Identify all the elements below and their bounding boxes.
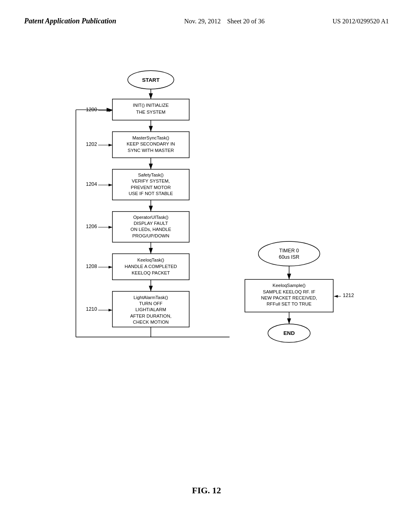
n1210-line4: AFTER DURATION,	[130, 314, 171, 318]
n1212-line3: NEW PACKET RECEIVED,	[261, 295, 317, 300]
patent-number: US 2012/0299520 A1	[332, 16, 389, 25]
n1200-line1: INIT() INITIALIZE	[133, 103, 169, 108]
n1210-line3: LIGHT/ALARM	[136, 307, 166, 312]
n1206-line1: OperatorUITask()	[133, 215, 169, 220]
n1204-line2: VERIFY SYSTEM,	[132, 179, 170, 183]
figure-caption: FIG. 12	[0, 485, 413, 496]
n1202-line1: MasterSyncTask()	[132, 135, 169, 140]
n1210-line1: LightAlarmTask()	[133, 295, 168, 300]
timer-line2: 60us ISR	[279, 254, 299, 260]
n1210-line5: CHECK MOTION	[133, 320, 169, 324]
header-date-sheet: Nov. 29, 2012 Sheet 20 of 36	[184, 16, 265, 25]
start-label: START	[142, 77, 159, 83]
n1208-line3: KEELOQ PACKET	[131, 270, 170, 275]
n1206-label: 1206	[86, 224, 97, 229]
n1204-label: 1204	[86, 181, 97, 187]
n1202-label: 1202	[86, 141, 97, 147]
flowchart-svg: START INIT() INITIALIZE THE SYSTEM 1200 …	[24, 64, 389, 468]
n1208-line2: HANDLE A COMPLETED	[125, 264, 177, 269]
n1212-line1: KeeloqSample()	[273, 283, 306, 288]
n1206-line2: DISPLAY FAULT	[133, 221, 168, 226]
n1212-line4: RFFull SET TO TRUE	[267, 301, 312, 306]
n1210-label: 1210	[86, 306, 97, 312]
publication-title: Patent Application Publication	[24, 16, 116, 26]
n1206-line3: ON LEDs, HANDLE	[131, 227, 171, 232]
n1204-line4: USE IF NOT STABLE	[129, 191, 173, 196]
end-label: END	[284, 330, 295, 336]
page: Patent Application Publication Nov. 29, …	[0, 0, 413, 532]
n1204-line3: PREVENT MOTOR	[131, 185, 171, 190]
n1202-line2: KEEP SECONDARY IN	[127, 141, 175, 146]
n1208-line1: KeeloqTask()	[138, 258, 165, 262]
n1212-label: 1212	[343, 293, 354, 298]
n1208-label: 1208	[86, 264, 97, 269]
header: Patent Application Publication Nov. 29, …	[24, 16, 389, 26]
n1212-line2: SAMPLE KEELOQ RF. IF	[263, 289, 315, 294]
timer-line1: TIMER 0	[279, 248, 299, 254]
n1210-line2: TURN OFF	[139, 301, 163, 306]
n1204-line1: SafetyTask()	[138, 172, 164, 177]
svg-point-24	[259, 241, 320, 266]
n1200-line2: THE SYSTEM	[136, 110, 165, 114]
flowchart-diagram: START INIT() INITIALIZE THE SYSTEM 1200 …	[24, 64, 389, 468]
n1202-line3: SYNC WITH MASTER	[128, 148, 174, 153]
n1206-line4: PROG/UP/DOWN	[132, 233, 169, 238]
